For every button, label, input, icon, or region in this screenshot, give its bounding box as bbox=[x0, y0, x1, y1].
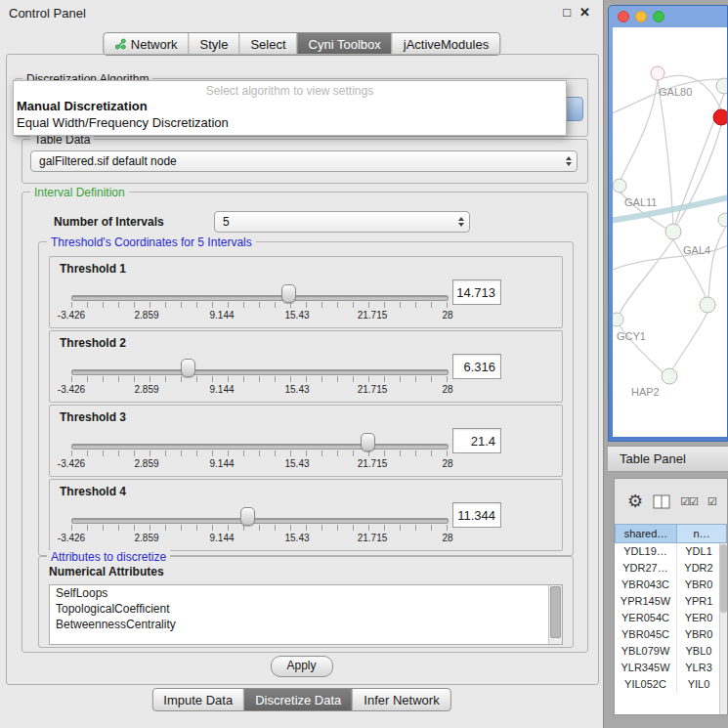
slider-ticks bbox=[71, 525, 448, 531]
list-item[interactable]: BetweennessCentrality bbox=[50, 617, 562, 632]
table-panel-window: ⚙ ☑☑ ☑ shared… n… YDL19…YDL1 YDR27…YDR2 … bbox=[614, 478, 728, 715]
table-row[interactable]: YBR045CYBR0 bbox=[615, 626, 720, 643]
threshold-3-value-field[interactable]: 21.4 bbox=[452, 428, 501, 453]
threshold-4-slider-handle[interactable] bbox=[240, 507, 255, 526]
tab-label: Discretize Data bbox=[255, 693, 341, 707]
dropdown-option-equal-width[interactable]: Equal Width/Frequency Discretization bbox=[14, 114, 566, 131]
threshold-4-box: Threshold 4 -3.4262.8599.14415.4321.7152… bbox=[49, 479, 563, 551]
list-item[interactable]: TopologicalCoefficient bbox=[50, 601, 562, 617]
slider-scale: -3.4262.8599.14415.4321.71528 bbox=[71, 310, 448, 321]
tab-cyni-toolbox[interactable]: Cyni Toolbox bbox=[298, 33, 393, 55]
threshold-2-box: Threshold 2 -3.4262.8599.14415.4321.7152… bbox=[49, 330, 563, 403]
scrollbar-thumb[interactable] bbox=[550, 586, 561, 638]
slider-ticks bbox=[71, 450, 448, 456]
select-columns-icon[interactable]: ☑☑ bbox=[680, 495, 698, 508]
dropdown-placeholder: Select algorithm to view settings bbox=[14, 81, 566, 98]
scrollbar-thumb[interactable] bbox=[720, 544, 727, 613]
num-intervals-label: Number of Intervals bbox=[54, 215, 164, 229]
bottom-tabbar: Impute Data Discretize Data Infer Networ… bbox=[151, 688, 450, 711]
tab-label: jActiveModules bbox=[404, 37, 489, 52]
table-row[interactable]: YBR043CYBR0 bbox=[615, 577, 720, 593]
threshold-2-slider-track[interactable] bbox=[71, 369, 449, 375]
table-data-combobox[interactable]: galFiltered.sif default node bbox=[30, 150, 578, 172]
close-icon[interactable]: ✕ bbox=[579, 5, 590, 20]
threshold-3-slider-track[interactable] bbox=[71, 444, 449, 450]
threshold-2-label: Threshold 2 bbox=[60, 336, 126, 350]
slider-ticks bbox=[71, 302, 448, 308]
tab-label: Impute Data bbox=[163, 693, 233, 707]
selected-red-node[interactable] bbox=[713, 109, 727, 125]
network-canvas[interactable]: GAL80 GAL11 GAL4 GCY1 HAP2 bbox=[613, 27, 727, 437]
zoom-traffic-light-icon[interactable] bbox=[653, 11, 664, 22]
table-header-row: shared… n… bbox=[615, 524, 727, 543]
tab-select[interactable]: Select bbox=[239, 33, 297, 55]
table-row[interactable]: YPR145WYPR1 bbox=[615, 593, 720, 610]
numerical-attributes-label: Numerical Attributes bbox=[49, 565, 164, 578]
table-row[interactable]: YDR27…YDR2 bbox=[615, 560, 720, 577]
table-row[interactable]: YIL052CYIL0 bbox=[615, 676, 720, 693]
tab-label: Infer Network bbox=[364, 693, 439, 707]
tab-label: Style bbox=[200, 37, 229, 52]
threshold-3-slider-handle[interactable] bbox=[361, 433, 375, 451]
table-panel-header: Table Panel bbox=[608, 446, 728, 472]
interval-group-label: Interval Definition bbox=[30, 186, 129, 199]
threshold-1-value-field[interactable]: 14.713 bbox=[452, 279, 501, 305]
num-intervals-combobox[interactable]: 5 bbox=[214, 211, 470, 233]
algorithm-dropdown: Select algorithm to view settings Manual… bbox=[13, 80, 567, 136]
threshold-1-slider-track[interactable] bbox=[71, 295, 449, 301]
list-scrollbar[interactable] bbox=[548, 585, 562, 644]
node-label: GAL4 bbox=[683, 244, 710, 256]
table-data-group: Table Data galFiltered.sif default node bbox=[21, 139, 588, 184]
threshold-1-slider-handle[interactable] bbox=[281, 284, 296, 303]
node-label: GAL80 bbox=[659, 86, 692, 98]
thresholds-group: Threshold's Coordinates for 5 Intervals … bbox=[38, 241, 574, 556]
threshold-1-label: Threshold 1 bbox=[60, 262, 126, 276]
columns-icon[interactable] bbox=[653, 494, 670, 509]
tab-label: Cyni Toolbox bbox=[309, 37, 381, 52]
list-item[interactable]: SelfLoops bbox=[50, 585, 562, 601]
table-row[interactable]: YDL19…YDL1 bbox=[615, 543, 720, 560]
slider-scale: -3.4262.8599.14415.4321.71528 bbox=[71, 458, 448, 470]
dropdown-option-manual[interactable]: Manual Discretization bbox=[14, 98, 566, 114]
table-row[interactable]: YLR345WYLR3 bbox=[615, 660, 720, 676]
node-label: HAP2 bbox=[631, 386, 660, 398]
tab-label: Network bbox=[131, 37, 178, 52]
panel-title: Control Panel bbox=[9, 6, 86, 21]
node-label: GAL11 bbox=[624, 196, 657, 208]
interval-definition-group: Interval Definition Number of Intervals … bbox=[21, 192, 588, 653]
network-icon bbox=[114, 38, 126, 50]
network-window-titlebar[interactable] bbox=[609, 6, 727, 27]
close-traffic-light-icon[interactable] bbox=[618, 11, 629, 22]
tab-network[interactable]: Network bbox=[104, 33, 190, 55]
table-scrollbar[interactable] bbox=[719, 543, 727, 714]
tab-impute-data[interactable]: Impute Data bbox=[152, 689, 244, 710]
tab-infer-network[interactable]: Infer Network bbox=[353, 689, 450, 710]
network-graph: GAL80 GAL11 GAL4 GCY1 HAP2 bbox=[613, 27, 727, 437]
slider-scale: -3.4262.8599.14415.4321.71528 bbox=[71, 533, 448, 544]
float-icon[interactable]: □ bbox=[563, 5, 571, 20]
tab-discretize-data[interactable]: Discretize Data bbox=[244, 689, 353, 710]
table-row[interactable]: YER054CYER0 bbox=[615, 610, 720, 626]
minimize-traffic-light-icon[interactable] bbox=[635, 11, 647, 22]
tab-style[interactable]: Style bbox=[190, 33, 240, 55]
gear-icon[interactable]: ⚙ bbox=[627, 492, 643, 510]
attributes-group-label: Attributes to discretize bbox=[47, 550, 170, 564]
threshold-4-slider-track[interactable] bbox=[71, 518, 449, 524]
threshold-3-box: Threshold 3 -3.4262.8599.14415.4321.7152… bbox=[49, 405, 563, 477]
slider-ticks bbox=[71, 376, 448, 382]
threshold-2-slider-handle[interactable] bbox=[181, 359, 195, 377]
threshold-1-box: Threshold 1 -3.4262.8599.14415.4321.7152… bbox=[49, 256, 563, 328]
threshold-4-label: Threshold 4 bbox=[60, 485, 126, 498]
column-header-name[interactable]: n… bbox=[677, 524, 727, 543]
table-data-value: galFiltered.sif default node bbox=[39, 154, 177, 168]
threshold-2-value-field[interactable]: 6.316 bbox=[452, 354, 501, 379]
node-label: GCY1 bbox=[617, 330, 646, 342]
apply-button[interactable]: Apply bbox=[271, 656, 333, 677]
edit-checkbox-icon[interactable]: ☑ bbox=[707, 495, 716, 508]
table-row[interactable]: YBL079WYBL0 bbox=[615, 643, 720, 660]
tab-label: Select bbox=[250, 37, 285, 52]
tab-jactivemodules[interactable]: jActiveModules bbox=[393, 33, 499, 55]
threshold-4-value-field[interactable]: 11.344 bbox=[452, 502, 501, 528]
column-header-shared-name[interactable]: shared… bbox=[615, 524, 677, 543]
slider-scale: -3.4262.8599.14415.4321.71528 bbox=[71, 384, 448, 396]
